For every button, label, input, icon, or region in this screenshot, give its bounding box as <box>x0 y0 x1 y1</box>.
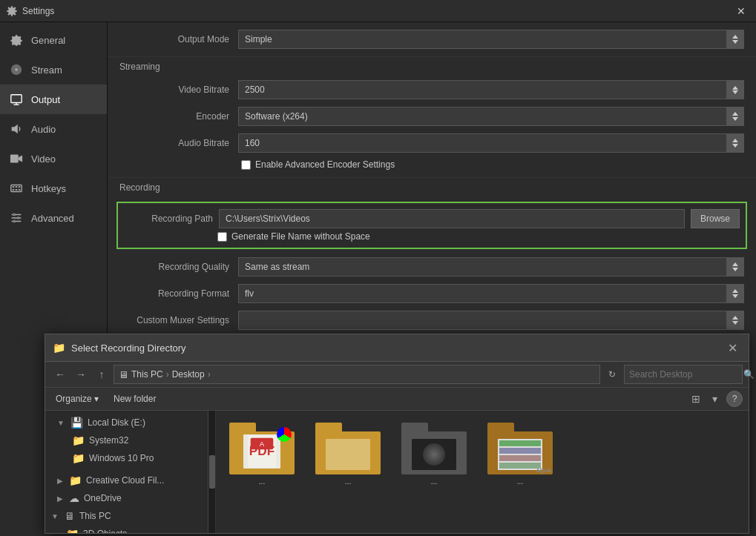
search-icon[interactable]: 🔍 <box>743 369 755 380</box>
encoder-select[interactable]: Software (x264) <box>238 107 744 126</box>
video-bitrate-label: Video Bitrate <box>119 85 238 95</box>
sidebar-creative-cloud[interactable]: ▶ 📁 Creative Cloud Fil... <box>45 472 208 489</box>
refresh-button[interactable]: ↻ <box>603 365 621 383</box>
sidebar-item-advanced[interactable]: Advanced <box>0 203 107 233</box>
window-close-button[interactable]: ✕ <box>732 2 750 20</box>
folder-item-4[interactable]: AQUA ... <box>483 420 557 489</box>
svg-rect-12 <box>19 186 21 188</box>
dialog-title: Select Recording Directory <box>71 343 723 354</box>
this-pc-label: This PC <box>79 511 111 521</box>
view-button[interactable]: ⊞ <box>688 391 703 406</box>
sidebar-item-general[interactable]: General <box>0 25 107 55</box>
sidebar-scrollbar[interactable] <box>208 411 216 533</box>
sidebar-item-video[interactable]: Video <box>0 144 107 173</box>
svg-rect-15 <box>19 189 21 191</box>
sidebar-system32[interactable]: 📁 System32 <box>45 431 208 449</box>
scrollbar-thumb <box>209 455 215 489</box>
recording-format-label: Recording Format <box>119 288 238 299</box>
folder-label-2: ... <box>345 477 351 486</box>
generate-filename-checkbox[interactable] <box>217 232 227 242</box>
output-mode-select[interactable]: Simple <box>238 30 744 49</box>
sidebar-win10-pro[interactable]: 📁 Windows 10 Pro <box>45 449 208 467</box>
encoder-select-wrapper: Software (x264) <box>238 107 744 126</box>
organize-button[interactable]: Organize ▾ <box>51 392 103 406</box>
audio-bitrate-select[interactable]: 160 <box>238 133 744 153</box>
hotkeys-icon <box>9 181 24 196</box>
encoder-row: Encoder Software (x264) <box>108 103 756 130</box>
output-mode-label: Output Mode <box>119 34 238 44</box>
sidebar-label-stream: Stream <box>31 64 62 76</box>
sidebar-this-pc[interactable]: ▼ 🖥 This PC <box>45 507 208 525</box>
svg-rect-7 <box>10 155 19 163</box>
pc-icon-sidebar: 🖥 <box>65 510 75 522</box>
output-mode-select-wrapper: Simple <box>238 30 744 49</box>
new-folder-label: New folder <box>114 394 156 404</box>
folder-label-3: ... <box>431 477 437 486</box>
settings-app-icon <box>6 5 18 17</box>
audio-icon <box>9 122 24 136</box>
svg-rect-10 <box>13 186 15 188</box>
local-disk-label: Local Disk (E:) <box>88 417 145 428</box>
browse-button[interactable]: Browse <box>691 209 740 228</box>
folder-thumbnail-1: PDF A <box>229 423 295 474</box>
video-bitrate-input[interactable]: 2500 <box>238 80 744 99</box>
sidebar-3d-objects[interactable]: 📁 3D Objects <box>45 525 208 533</box>
dialog-close-button[interactable]: ✕ <box>723 339 741 357</box>
recording-path-label: Recording Path <box>124 214 213 224</box>
folder-grid: PDF A ... <box>222 417 743 492</box>
sidebar-item-output[interactable]: Output <box>0 85 107 114</box>
custom-muxer-row: Custom Muxer Settings <box>108 307 756 334</box>
cc-folder-icon: 📁 <box>69 474 82 486</box>
folder-item-2[interactable]: ... <box>311 420 385 489</box>
breadcrumb-pc: This PC <box>131 369 163 380</box>
file-dialog: 📁 Select Recording Directory ✕ ← → ↑ 🖥 T… <box>45 334 749 534</box>
folder-label-4: ... <box>517 477 523 486</box>
folder-icon-system32: 📁 <box>72 434 85 446</box>
sidebar-item-hotkeys[interactable]: Hotkeys <box>0 173 107 203</box>
generate-filename-label: Generate File Name without Space <box>231 231 370 242</box>
back-button[interactable]: ← <box>51 365 69 383</box>
search-bar: 🔍 <box>624 365 743 384</box>
win10-label: Windows 10 Pro <box>89 453 154 463</box>
sidebar-onedrive[interactable]: ▶ ☁ OneDrive <box>45 489 208 507</box>
sidebar-item-stream[interactable]: Stream <box>0 55 107 85</box>
recording-quality-row: Recording Quality Same as stream <box>108 254 756 280</box>
sidebar-item-audio[interactable]: Audio <box>0 114 107 144</box>
new-folder-button[interactable]: New folder <box>109 392 160 406</box>
recording-path-input[interactable]: C:\Users\Strix\Videos <box>219 209 685 228</box>
stream-icon <box>9 62 24 77</box>
audio-bitrate-select-wrapper: 160 <box>238 133 744 153</box>
generate-filename-row: Generate File Name without Space <box>124 228 740 242</box>
recording-path-row: Recording Path C:\Users\Strix\Videos Bro… <box>124 209 740 228</box>
gear-icon <box>9 33 24 47</box>
custom-muxer-select[interactable] <box>238 311 744 330</box>
help-label: ? <box>732 394 737 404</box>
breadcrumb-sep2: › <box>208 369 211 380</box>
encoder-label: Encoder <box>119 111 238 122</box>
system32-label: System32 <box>89 435 128 446</box>
sidebar-label-video: Video <box>31 153 56 165</box>
sidebar-local-disk[interactable]: ▼ 💾 Local Disk (E:) <box>45 414 208 431</box>
help-button[interactable]: ? <box>726 391 743 407</box>
recording-quality-select[interactable]: Same as stream <box>238 257 744 277</box>
audio-bitrate-label: Audio Bitrate <box>119 138 238 148</box>
sidebar-label-advanced: Advanced <box>31 213 74 224</box>
folder-icon-win10: 📁 <box>72 452 85 464</box>
onedrive-label: OneDrive <box>84 493 122 503</box>
search-input[interactable] <box>629 369 740 380</box>
up-button[interactable]: ↑ <box>93 365 111 383</box>
recording-section-label: Recording <box>108 177 756 197</box>
folder-thumbnail-3 <box>401 423 467 474</box>
forward-button[interactable]: → <box>72 365 90 383</box>
view-dropdown-button[interactable]: ▾ <box>709 391 720 406</box>
video-bitrate-input-wrapper: 2500 <box>238 80 744 99</box>
dialog-body: ▼ 💾 Local Disk (E:) 📁 System32 📁 Windows… <box>45 411 749 533</box>
pc-icon: 🖥 <box>119 369 128 380</box>
recording-format-row: Recording Format flv <box>108 280 756 307</box>
enable-advanced-encoder-checkbox[interactable] <box>241 160 251 170</box>
folder-thumbnail-2 <box>315 423 381 474</box>
folder-item-3[interactable]: ... <box>397 420 471 489</box>
recording-format-select[interactable]: flv <box>238 284 744 303</box>
breadcrumb-location: Desktop <box>172 369 205 380</box>
folder-item-1[interactable]: PDF A ... <box>225 420 299 489</box>
